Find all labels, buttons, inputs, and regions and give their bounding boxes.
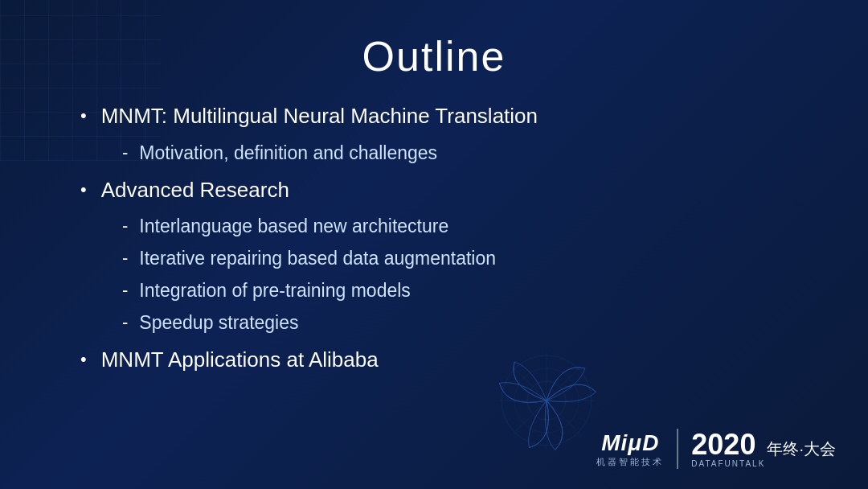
bullet-item-applications: • MNMT Applications at Alibaba (80, 347, 820, 374)
logo-year: 2020 年终·大会 (691, 430, 836, 459)
sub-dash-interlanguage: - (122, 215, 128, 238)
sub-text-iterative: Iterative repairing based data augmentat… (139, 247, 496, 271)
sub-item-speedup: - Speedup strategies (80, 311, 820, 335)
logo-2020: 2020 年终·大会 DATAFUNTALK (691, 430, 836, 468)
bullet-item-mnmt: • MNMT: Multilingual Neural Machine Tran… (80, 103, 820, 130)
bottom-bar: MiμD 机器智能技术 2020 年终·大会 DATAFUNTALK (0, 417, 868, 489)
sub-item-integration: - Integration of pre-training models (80, 279, 820, 303)
slide-title: Outline (48, 32, 820, 80)
sub-dash-speedup: - (122, 311, 128, 335)
sub-item-interlanguage: - Interlanguage based new architecture (80, 215, 820, 239)
sub-text-interlanguage: Interlanguage based new architecture (139, 215, 448, 239)
sub-text-integration: Integration of pre-training models (139, 279, 411, 303)
logo-mind-text: MiμD (601, 430, 659, 456)
sub-dash-motivation: - (122, 142, 128, 165)
bullet-dot-mnmt: • (80, 105, 87, 128)
bullet-text-mnmt: MNMT: Multilingual Neural Machine Transl… (101, 103, 538, 130)
logo-area: MiμD 机器智能技术 2020 年终·大会 DATAFUNTALK (596, 429, 836, 469)
sub-item-motivation: - Motivation, definition and challenges (80, 142, 820, 166)
bullet-text-applications: MNMT Applications at Alibaba (101, 347, 379, 374)
logo-mind: MiμD 机器智能技术 (596, 430, 664, 468)
logo-datafuntalk: DATAFUNTALK (691, 459, 765, 468)
logo-divider (677, 429, 678, 469)
bullet-text-advanced: Advanced Research (101, 177, 289, 204)
sub-dash-integration: - (122, 279, 128, 302)
logo-mind-subtitle: 机器智能技术 (596, 456, 664, 468)
bullet-item-advanced: • Advanced Research (80, 177, 820, 204)
bullet-dot-applications: • (80, 348, 87, 372)
bullet-dot-advanced: • (80, 179, 87, 202)
slide: Outline • MNMT: Multilingual Neural Mach… (0, 0, 868, 489)
sub-dash-iterative: - (122, 247, 128, 270)
sub-text-motivation: Motivation, definition and challenges (139, 142, 437, 166)
sub-text-speedup: Speedup strategies (139, 311, 298, 335)
sub-item-iterative: - Iterative repairing based data augment… (80, 247, 820, 271)
